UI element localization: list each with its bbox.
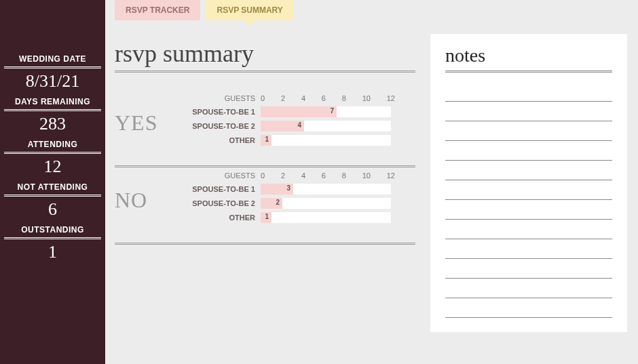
stat-not-attending: NOT ATTENDING 6 <box>0 182 105 220</box>
tick: 8 <box>342 94 346 102</box>
bar-value: 2 <box>276 199 280 206</box>
tick: 4 <box>301 171 305 180</box>
chart-no-row-1: SPOUSE-TO-BE 2 2 <box>183 198 415 209</box>
note-line[interactable] <box>445 102 612 121</box>
tick: 6 <box>322 171 326 180</box>
tick: 8 <box>342 171 346 180</box>
note-line[interactable] <box>445 82 612 102</box>
note-line[interactable] <box>445 259 612 279</box>
tab-rsvp-summary[interactable]: RSVP SUMMARY <box>206 0 293 20</box>
stat-label: ATTENDING <box>0 140 105 150</box>
divider <box>4 66 101 68</box>
note-line[interactable] <box>445 200 612 220</box>
tick: 2 <box>281 171 285 180</box>
bar-track: 7 <box>261 106 391 117</box>
tick: 12 <box>387 94 395 102</box>
row-label: OTHER <box>183 136 261 144</box>
stat-value: 6 <box>0 199 105 220</box>
notes-title-underline <box>445 70 612 73</box>
chart-no: NO GUESTS 0 2 4 6 8 10 12 SPOUSE-TO-BE 1 <box>115 167 415 245</box>
chart-yes-row-0: SPOUSE-TO-BE 1 7 <box>183 106 415 117</box>
tab-bar: RSVP TRACKER RSVP SUMMARY <box>115 0 415 20</box>
tick: 12 <box>387 171 395 180</box>
chart-yes: YES GUESTS 0 2 4 6 8 10 12 SPOUSE-TO-BE … <box>115 90 415 167</box>
tick: 2 <box>281 94 285 102</box>
bar-fill: 1 <box>261 212 271 223</box>
tick: 10 <box>362 171 371 180</box>
stat-label: DAYS REMAINING <box>0 97 105 108</box>
row-label: SPOUSE-TO-BE 1 <box>183 108 261 116</box>
note-line[interactable] <box>445 220 612 239</box>
note-line[interactable] <box>445 161 612 180</box>
stat-wedding-date: WEDDING DATE 8/31/21 <box>0 54 105 92</box>
bar-fill: 7 <box>261 106 337 117</box>
chart-no-header: GUESTS 0 2 4 6 8 10 12 <box>183 171 415 180</box>
notes-title: notes <box>445 45 612 66</box>
page-title: rsvp summary <box>115 39 415 68</box>
note-line[interactable] <box>445 298 612 318</box>
bar-value: 7 <box>330 107 334 115</box>
bar-track: 1 <box>261 212 391 223</box>
stat-value: 1 <box>0 242 105 262</box>
chart-yes-row-2: OTHER 1 <box>183 135 415 146</box>
main: RSVP TRACKER RSVP SUMMARY rsvp summary Y… <box>105 0 425 364</box>
bar-track: 2 <box>261 198 391 209</box>
note-line[interactable] <box>445 239 612 259</box>
bar-fill: 4 <box>261 121 304 132</box>
row-label: OTHER <box>183 214 261 222</box>
chart-yes-ticks: 0 2 4 6 8 10 12 <box>261 94 395 102</box>
chart-no-body: GUESTS 0 2 4 6 8 10 12 SPOUSE-TO-BE 1 3 <box>183 171 415 226</box>
divider <box>4 195 101 197</box>
tick: 0 <box>261 171 265 180</box>
chart-yes-header: GUESTS 0 2 4 6 8 10 12 <box>183 94 415 102</box>
row-label: SPOUSE-TO-BE 2 <box>183 199 261 207</box>
stat-label: NOT ATTENDING <box>0 182 105 193</box>
title-underline <box>115 70 415 73</box>
note-line[interactable] <box>445 279 612 298</box>
sidebar: WEDDING DATE 8/31/21 DAYS REMAINING 283 … <box>0 0 105 364</box>
stat-attending: ATTENDING 12 <box>0 140 105 177</box>
note-line[interactable] <box>445 141 612 161</box>
divider <box>4 237 101 239</box>
chart-no-heading: NO <box>115 171 183 213</box>
bar-fill: 3 <box>261 184 293 195</box>
chart-yes-body: GUESTS 0 2 4 6 8 10 12 SPOUSE-TO-BE 1 7 <box>183 94 415 149</box>
chart-header-label: GUESTS <box>183 94 261 102</box>
bar-track: 4 <box>261 121 391 132</box>
bar-track: 1 <box>261 135 391 146</box>
stat-days-remaining: DAYS REMAINING 283 <box>0 97 105 134</box>
stat-outstanding: OUTSTANDING 1 <box>0 225 105 262</box>
notes-panel[interactable]: notes <box>430 34 627 332</box>
note-line[interactable] <box>445 121 612 141</box>
stat-label: OUTSTANDING <box>0 225 105 236</box>
bar-fill: 2 <box>261 198 282 209</box>
tab-rsvp-tracker[interactable]: RSVP TRACKER <box>115 0 200 20</box>
chart-yes-heading: YES <box>115 94 183 136</box>
bar-fill: 1 <box>261 135 271 146</box>
notes-lines[interactable] <box>445 82 612 318</box>
note-line[interactable] <box>445 180 612 200</box>
stat-value: 8/31/21 <box>0 71 105 92</box>
tick: 6 <box>322 94 326 102</box>
bar-value: 1 <box>265 213 269 220</box>
chart-no-row-2: OTHER 1 <box>183 212 415 223</box>
stat-label: WEDDING DATE <box>0 54 105 65</box>
tick: 4 <box>301 94 305 102</box>
row-label: SPOUSE-TO-BE 1 <box>183 185 261 193</box>
stat-value: 12 <box>0 157 105 177</box>
chart-no-row-0: SPOUSE-TO-BE 1 3 <box>183 184 415 195</box>
bar-track: 3 <box>261 184 391 195</box>
row-label: SPOUSE-TO-BE 2 <box>183 122 261 130</box>
chart-no-ticks: 0 2 4 6 8 10 12 <box>261 171 395 180</box>
bar-value: 3 <box>286 184 290 192</box>
chart-header-label: GUESTS <box>183 171 261 180</box>
divider <box>4 152 101 154</box>
chart-yes-row-1: SPOUSE-TO-BE 2 4 <box>183 121 415 132</box>
divider <box>4 109 101 111</box>
tick: 0 <box>261 94 265 102</box>
bar-value: 1 <box>265 136 269 143</box>
tick: 10 <box>362 94 371 102</box>
stat-value: 283 <box>0 114 105 134</box>
bar-value: 4 <box>297 121 301 129</box>
